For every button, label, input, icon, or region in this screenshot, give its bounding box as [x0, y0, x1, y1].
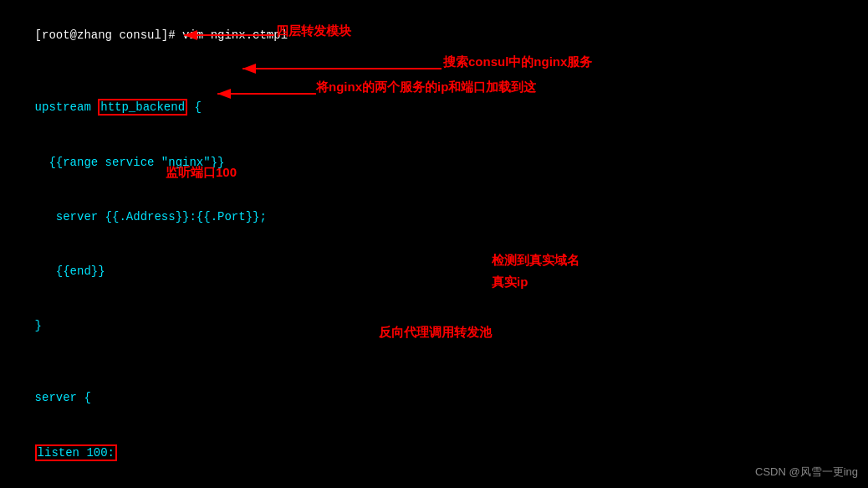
close-brace-1: } — [35, 319, 42, 332]
range-line: {{range service "nginx"}} — [7, 136, 861, 190]
annotation-domain: 检测到真实域名 — [492, 253, 580, 269]
server-addr-line: server {{.Address}}:{{.Port}}; — [7, 190, 861, 244]
blank-line-1 — [7, 63, 861, 81]
annotation-realip: 真实ip — [492, 275, 528, 290]
annotation-search-consul: 搜索consul中的nginx服务 — [443, 54, 592, 70]
server-name-line: server_name localhost 192.168.184.11; — [7, 480, 861, 488]
annotation-load-ip: 将nginx的两个服务的ip和端口加载到这 — [316, 80, 536, 95]
annotation-proxy-pool: 反向代理调用转发池 — [379, 325, 492, 341]
cmd-line: [root@zhang consul]# vim nginx.ctmpl — [7, 8, 861, 63]
upstream-brace: { — [187, 100, 202, 114]
end-line: {{end}} — [7, 244, 861, 299]
listen-line: listen 100: — [7, 426, 861, 480]
cmd-text: [root@zhang consul]# vim nginx.ctmpl — [35, 28, 288, 42]
end-text: {{end}} — [35, 265, 105, 278]
blank-line-2 — [7, 353, 861, 372]
listen-highlight: listen 100: — [35, 444, 117, 461]
upstream-keyword: upstream — [35, 100, 99, 114]
server-line: server { — [7, 372, 861, 426]
annotation-listen: 监听端口100 — [166, 165, 237, 181]
csdn-watermark: CSDN @风雪一更ing — [755, 465, 858, 480]
http-backend-highlight: http_backend — [98, 99, 187, 116]
server-addr-text: server {{.Address}}:{{.Port}}; — [35, 210, 267, 223]
server-text: server { — [35, 391, 91, 404]
terminal-window: [root@zhang consul]# vim nginx.ctmpl ups… — [0, 0, 868, 488]
annotation-4layer: 四层转发模块 — [276, 23, 351, 39]
